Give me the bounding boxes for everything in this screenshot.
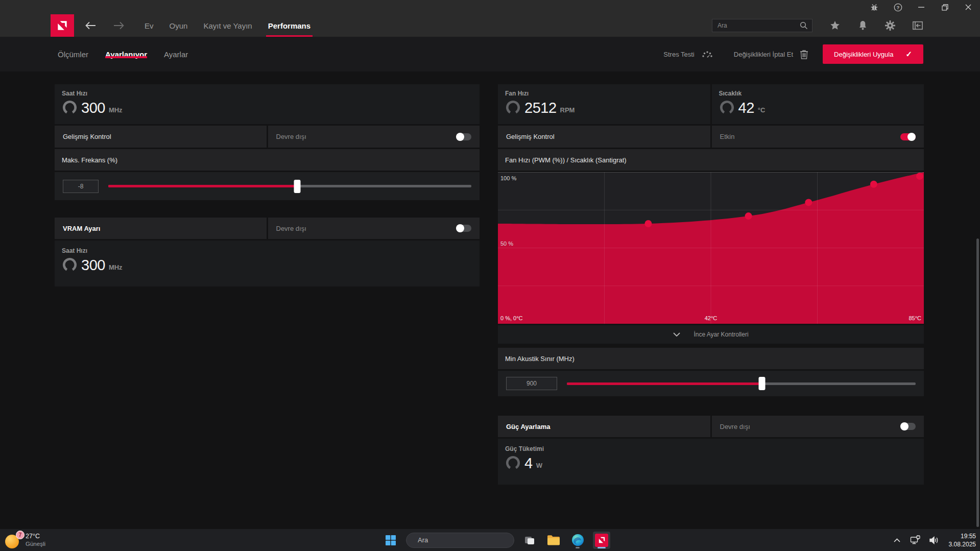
weather-temp: 27°C (26, 533, 45, 541)
fan-speed-unit: RPM (560, 106, 575, 115)
svg-text:0 %, 0°C: 0 %, 0°C (500, 315, 523, 321)
power-header-row: Güç Ayarlama Devre dışı (498, 416, 924, 437)
start-button[interactable] (382, 532, 399, 549)
fine-tuning-controls-label: İnce Ayar Kontrolleri (694, 331, 748, 338)
apply-changes-button[interactable]: Değişiklikleri Uygula ✓ (823, 44, 923, 64)
max-frequency-slider-row: -8 (55, 172, 480, 200)
file-explorer-button[interactable] (545, 532, 562, 549)
tab-metrics[interactable]: Ölçümler (58, 37, 88, 71)
edge-browser-button[interactable] (569, 532, 586, 549)
min-acoustic-slider-thumb[interactable] (759, 377, 766, 390)
gpu-advanced-state: Devre dışı (276, 133, 306, 140)
hidden-icons-chevron[interactable] (891, 533, 904, 548)
navbar-right (712, 14, 980, 37)
min-acoustic-card: Min Akustik Sınır (MHz) 900 (498, 348, 924, 396)
temperature-unit: °C (758, 106, 766, 115)
svg-text:85°C: 85°C (909, 315, 921, 321)
vertical-scrollbar[interactable] (976, 238, 979, 527)
main-navbar: Ev Oyun Kayıt ve Yayın Performans (0, 14, 980, 37)
close-button[interactable] (957, 0, 980, 14)
gpu-clock-value: 300 (81, 101, 105, 115)
max-frequency-slider-thumb[interactable] (294, 180, 300, 193)
collapse-panel-icon[interactable] (913, 20, 923, 31)
network-icon[interactable] (909, 533, 922, 548)
min-acoustic-input[interactable]: 900 (506, 377, 557, 390)
restore-button[interactable] (933, 0, 957, 14)
tab-home[interactable]: Ev (145, 14, 154, 37)
favorites-star-icon[interactable] (830, 20, 840, 31)
max-frequency-label: Maks. Frekans (%) (62, 156, 117, 164)
power-consumption-unit: W (536, 462, 542, 471)
amd-software-button[interactable] (593, 532, 610, 549)
svg-text:42°C: 42°C (705, 315, 718, 321)
taskbar-search-input[interactable] (417, 536, 509, 544)
gpu-clock-label: Saat Hızı (62, 90, 472, 97)
settings-gear-icon[interactable] (885, 20, 895, 31)
power-gauge-icon (505, 455, 521, 471)
min-acoustic-slider[interactable] (567, 382, 916, 385)
vram-tuning-toggle[interactable] (456, 225, 471, 232)
minimize-button[interactable] (910, 0, 933, 14)
svg-text:?: ? (896, 5, 899, 10)
weather-condition: Güneşli (26, 540, 45, 547)
fan-advanced-toggle[interactable] (900, 133, 916, 140)
help-icon[interactable]: ? (886, 0, 910, 14)
tab-performance[interactable]: Performans (268, 14, 310, 37)
volume-icon[interactable] (927, 533, 941, 548)
power-tuning-state: Devre dışı (720, 423, 750, 430)
min-acoustic-label-row: Min Akustik Sınır (MHz) (498, 348, 924, 369)
subnav-actions: Stres Testi Değişiklikleri İptal Et Deği… (663, 37, 923, 71)
fan-chart-title: Fan Hızı (PWM (%)) / Sıcaklık (Santigrat… (505, 156, 627, 164)
discard-changes-button[interactable]: Değişiklikleri İptal Et (734, 49, 808, 59)
fan-power-column: Fan Hızı 2512 RPM Sıcaklık (498, 84, 924, 486)
gpu-clock-unit: MHz (109, 106, 123, 115)
forward-button[interactable] (108, 14, 130, 37)
tab-record-stream[interactable]: Kayıt ve Yayın (203, 14, 252, 37)
fan-curve-chart[interactable]: 100 %50 %0 %, 0°C42°C85°C (498, 172, 924, 324)
chevron-down-icon (673, 332, 680, 337)
tray-clock[interactable]: 19:55 3.08.2025 (949, 532, 976, 548)
max-frequency-input[interactable]: -8 (63, 180, 99, 193)
power-tuning-title: Güç Ayarlama (506, 423, 550, 430)
max-frequency-slider[interactable] (108, 185, 471, 187)
vram-clock-unit: MHz (109, 263, 123, 273)
stress-test-label: Stres Testi (663, 51, 694, 58)
bug-report-icon[interactable] (863, 0, 886, 14)
task-view-button[interactable] (521, 532, 538, 549)
temperature-value: 42 (738, 101, 754, 115)
back-button[interactable] (79, 14, 102, 37)
min-acoustic-label: Min Akustik Sınır (MHz) (505, 355, 575, 363)
power-tuning-card: Güç Ayarlama Devre dışı Güç Tüketimi (498, 416, 924, 485)
fine-tuning-controls-expander[interactable]: İnce Ayar Kontrolleri (498, 325, 924, 344)
tab-gaming[interactable]: Oyun (170, 14, 188, 37)
amd-software-window: ? Ev Oyun Ka (0, 0, 980, 551)
fan-speed-label: Fan Hızı (505, 90, 703, 97)
gpu-clock-metric: Saat Hızı 300 MHz (55, 84, 480, 124)
app-search-input[interactable] (716, 21, 800, 30)
power-consumption-label: Güç Tüketimi (505, 445, 917, 452)
gpu-clock-gauge-icon (62, 100, 78, 115)
temperature-gauge-icon (719, 100, 735, 115)
app-search[interactable] (712, 19, 812, 32)
fan-chart-title-row: Fan Hızı (PWM (%)) / Sıcaklık (Santigrat… (498, 149, 924, 171)
power-tuning-toggle[interactable] (900, 423, 916, 430)
vram-tuning-state: Devre dışı (276, 225, 306, 232)
vram-clock-value: 300 (81, 258, 105, 273)
temperature-metric: Sıcaklık 42 °C (712, 84, 924, 124)
gpu-tuning-column: Saat Hızı 300 MHz Gelişmiş Kontrol (55, 84, 480, 288)
taskbar-search[interactable] (406, 533, 514, 548)
tab-tuning[interactable]: Ayarlanıyor (105, 37, 147, 71)
tuning-content: Saat Hızı 300 MHz Gelişmiş Kontrol (0, 71, 980, 529)
fan-advanced-label: Gelişmiş Kontrol (506, 133, 555, 140)
weather-badge: 7 (16, 531, 25, 539)
vram-header-row: VRAM Ayarı Devre dışı (55, 218, 480, 239)
system-tray: 19:55 3.08.2025 (891, 529, 976, 551)
weather-widget[interactable]: 7 27°C Güneşli (5, 532, 45, 549)
fan-speed-value: 2512 (524, 101, 557, 115)
stress-test-button[interactable]: Stres Testi (663, 49, 713, 59)
amd-logo[interactable] (51, 14, 74, 37)
performance-subnav: Ölçümler Ayarlanıyor Ayarlar Stres Testi… (0, 37, 980, 71)
gpu-advanced-toggle[interactable] (456, 133, 471, 140)
notifications-bell-icon[interactable] (857, 20, 868, 31)
tab-settings[interactable]: Ayarlar (164, 37, 188, 71)
